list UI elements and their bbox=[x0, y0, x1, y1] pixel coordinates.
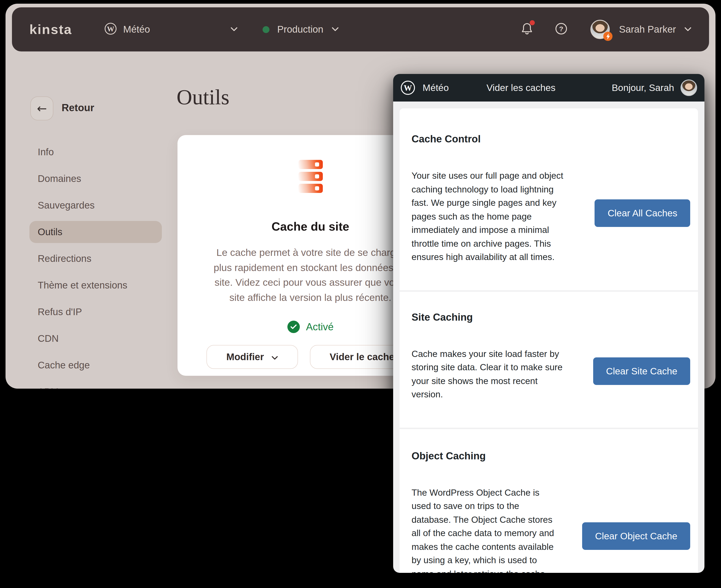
svg-text:W: W bbox=[107, 25, 114, 33]
sidebar-item-info[interactable]: Info bbox=[29, 141, 162, 163]
server-bar bbox=[298, 160, 323, 169]
text-line: caching technology to load lightning bbox=[412, 183, 686, 196]
text-line: name and later retrieve the cache bbox=[412, 567, 686, 573]
chevron-down-icon bbox=[231, 25, 238, 34]
navbar-right-group: ? Sarah Parker bbox=[521, 20, 692, 39]
sidebar-item-apm[interactable]: APM bbox=[29, 381, 162, 388]
wp-greeting[interactable]: Bonjour, Sarah bbox=[612, 82, 674, 93]
sidebar-item-outils[interactable]: Outils bbox=[29, 221, 162, 243]
arrow-left-icon: ← bbox=[37, 102, 47, 115]
wordpress-icon[interactable]: W bbox=[401, 80, 415, 95]
clear-cache-button-label: Vider le cache bbox=[330, 352, 395, 362]
wordpress-admin-overlay: W Météo Vider les caches Bonjour, Sarah … bbox=[393, 74, 704, 573]
card-title: Cache du site bbox=[272, 219, 349, 234]
text-line: throttle time on archive pages. This bbox=[412, 237, 686, 250]
card-description-line: site affiche la version la plus récente. bbox=[214, 290, 407, 305]
check-circle-icon bbox=[287, 321, 300, 333]
server-bar bbox=[298, 172, 323, 181]
card-actions: Modifier Vider le cache bbox=[206, 345, 414, 369]
svg-text:?: ? bbox=[559, 25, 563, 33]
sidebar-nav: Info Domaines Sauvegardes Outils Redirec… bbox=[29, 141, 162, 388]
environment-label: Production bbox=[277, 24, 323, 35]
chevron-down-icon bbox=[684, 25, 692, 34]
notifications-button[interactable] bbox=[521, 22, 533, 37]
site-caching-section: Site Caching Cache makes your site load … bbox=[400, 290, 698, 427]
sidebar-item-domaines[interactable]: Domaines bbox=[29, 168, 162, 190]
cache-control-section: Cache Control Your site uses our full pa… bbox=[400, 108, 698, 290]
text-line: The WordPress Object Cache is bbox=[412, 486, 686, 499]
card-description-line: site. Videz ceci pour vous assurer que v… bbox=[214, 275, 407, 290]
wordpress-icon: W bbox=[104, 22, 117, 37]
kinsta-logo[interactable]: kinsta bbox=[29, 22, 72, 37]
object-caching-section: Object Caching The WordPress Object Cach… bbox=[400, 427, 698, 573]
user-menu[interactable]: Sarah Parker bbox=[590, 20, 692, 39]
wp-site-name[interactable]: Météo bbox=[423, 82, 449, 93]
sidebar-item-cache-edge[interactable]: Cache edge bbox=[29, 354, 162, 376]
text-line: used to save on trips to the bbox=[412, 499, 686, 513]
back-label: Retour bbox=[62, 102, 94, 114]
clear-all-caches-button[interactable]: Clear All Caches bbox=[595, 200, 690, 227]
sidebar-item-redirections[interactable]: Redirections bbox=[29, 248, 162, 270]
text-line: Your site uses our full page and object bbox=[412, 169, 686, 183]
environment-selector[interactable]: Production bbox=[263, 24, 339, 35]
svg-text:W: W bbox=[404, 83, 412, 92]
status-label: Activé bbox=[306, 321, 334, 333]
wp-user-avatar[interactable] bbox=[681, 80, 697, 96]
user-name: Sarah Parker bbox=[619, 24, 676, 35]
text-line: by using a key, which is used to bbox=[412, 553, 686, 567]
modify-button-label: Modifier bbox=[226, 352, 264, 362]
sidebar-item-sauvegardes[interactable]: Sauvegardes bbox=[29, 194, 162, 216]
site-selector-label: Météo bbox=[123, 24, 150, 35]
wp-clear-caches-menu[interactable]: Vider les caches bbox=[486, 82, 556, 93]
text-line: ensures high availability at all times. bbox=[412, 250, 686, 264]
sidebar-item-refus-ip[interactable]: Refus d'IP bbox=[29, 301, 162, 323]
wp-admin-content: Cache Control Your site uses our full pa… bbox=[400, 108, 698, 573]
section-heading: Cache Control bbox=[412, 133, 686, 145]
card-description-line: plus rapidement en stockant les données … bbox=[214, 260, 407, 275]
section-heading: Object Caching bbox=[412, 450, 686, 462]
environment-status-dot bbox=[263, 26, 269, 33]
site-selector[interactable]: W Météo bbox=[104, 22, 238, 37]
card-description-line: Le cache permet à votre site de se charg… bbox=[214, 245, 407, 260]
server-bar bbox=[298, 184, 323, 193]
clear-object-cache-button[interactable]: Clear Object Cache bbox=[582, 522, 690, 550]
wp-admin-bar: W Météo Vider les caches Bonjour, Sarah bbox=[393, 74, 704, 102]
chevron-down-icon bbox=[332, 25, 339, 34]
status-badge: Activé bbox=[287, 321, 334, 333]
chevron-down-icon bbox=[271, 352, 278, 362]
sidebar-item-theme-extensions[interactable]: Thème et extensions bbox=[29, 274, 162, 296]
avatar bbox=[590, 20, 610, 39]
lightning-badge-icon bbox=[603, 32, 613, 41]
screenshot-root: kinsta W Météo Production bbox=[0, 0, 721, 588]
modify-button[interactable]: Modifier bbox=[206, 345, 298, 369]
back-button[interactable]: ← bbox=[31, 97, 53, 120]
section-heading: Site Caching bbox=[412, 311, 686, 323]
help-icon: ? bbox=[555, 22, 568, 37]
clear-site-cache-button[interactable]: Clear Site Cache bbox=[593, 357, 690, 385]
sidebar-item-cdn[interactable]: CDN bbox=[29, 328, 162, 350]
kinsta-top-navbar: kinsta W Météo Production bbox=[12, 7, 709, 51]
page-title: Outils bbox=[177, 85, 229, 109]
server-stack-icon bbox=[298, 160, 323, 193]
help-button[interactable]: ? bbox=[555, 22, 568, 37]
text-line: version. bbox=[412, 388, 686, 401]
card-description: Le cache permet à votre site de se charg… bbox=[214, 245, 407, 305]
notification-unread-dot bbox=[530, 20, 535, 25]
